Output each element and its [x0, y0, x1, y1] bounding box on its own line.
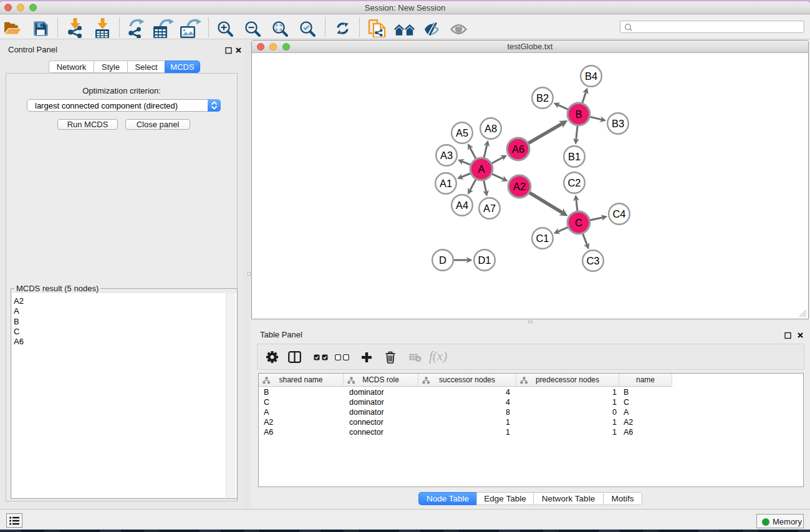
svg-text:B: B: [575, 109, 582, 120]
svg-text:A: A: [478, 163, 485, 175]
svg-text:C2: C2: [567, 177, 581, 188]
svg-text:A2: A2: [513, 181, 526, 192]
svg-text:D1: D1: [478, 254, 491, 266]
svg-text:A8: A8: [485, 123, 497, 134]
svg-text:B3: B3: [612, 118, 624, 129]
svg-text:B4: B4: [585, 70, 597, 82]
svg-text:B1: B1: [568, 151, 581, 162]
svg-text:B2: B2: [536, 92, 549, 104]
svg-text:C4: C4: [612, 208, 625, 220]
svg-text:C3: C3: [586, 255, 599, 266]
svg-text:A5: A5: [456, 127, 468, 138]
svg-text:A4: A4: [456, 200, 468, 211]
svg-text:A6: A6: [512, 143, 524, 155]
svg-text:A1: A1: [440, 178, 452, 189]
svg-text:A3: A3: [440, 150, 453, 161]
svg-text:C1: C1: [536, 233, 549, 244]
svg-text:C: C: [575, 217, 582, 228]
svg-text:A7: A7: [483, 203, 496, 214]
svg-text:D: D: [439, 254, 446, 266]
